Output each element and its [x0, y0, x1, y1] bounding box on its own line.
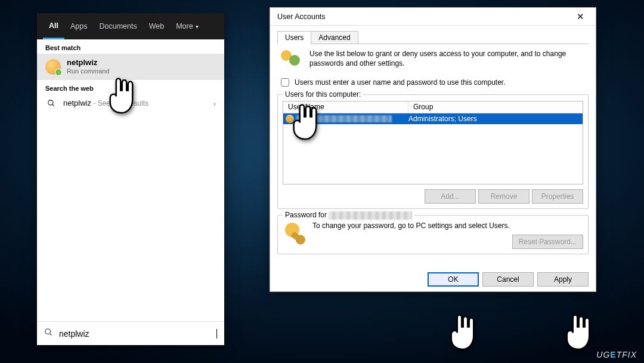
user-key-icon	[283, 222, 306, 245]
chevron-down-icon: ▾	[196, 23, 199, 30]
svg-line-1	[52, 104, 54, 106]
intro-text: Use the list below to grant or deny user…	[309, 49, 586, 70]
search-tab-more[interactable]: More▾	[170, 13, 204, 39]
user-icon	[286, 115, 294, 123]
windows-search-panel: All Apps Documents Web More▾ Best match …	[37, 13, 224, 345]
user-row[interactable]: Administrators; Users	[283, 113, 583, 124]
col-group[interactable]: Group	[408, 101, 583, 113]
search-input-bar[interactable]	[37, 321, 224, 345]
chevron-right-icon: ›	[213, 99, 216, 108]
best-match-header: Best match	[37, 39, 224, 54]
dialog-footer: OK Cancel Apply	[270, 267, 596, 291]
redacted-username	[329, 211, 412, 220]
search-web-header: Search the web	[37, 80, 224, 94]
col-username[interactable]: User Name	[283, 101, 408, 113]
search-result-best[interactable]: netplwiz Run command	[37, 54, 224, 80]
result-subtitle: Run command	[67, 67, 216, 75]
password-text: To change your password, go to PC settin…	[312, 222, 583, 230]
properties-button[interactable]: Properties	[532, 189, 583, 204]
cancel-button[interactable]: Cancel	[482, 272, 534, 287]
watermark: UGETFIX	[596, 350, 637, 359]
users-group-label: Users for this computer:	[283, 90, 363, 99]
password-group-label: Password for	[283, 211, 414, 220]
tab-advanced[interactable]: Advanced	[311, 31, 358, 44]
ok-button[interactable]: OK	[428, 272, 479, 287]
search-tab-apps[interactable]: Apps	[64, 13, 94, 39]
password-groupbox: Password for To change your password, go…	[277, 215, 589, 254]
cursor-hand-icon	[446, 310, 482, 352]
require-password-checkbox[interactable]	[281, 78, 289, 87]
user-accounts-dialog: User Accounts ✕ Users Advanced Use the l…	[270, 7, 596, 292]
search-result-web[interactable]: netplwiz - See web results ›	[37, 94, 224, 113]
search-icon	[45, 99, 57, 107]
search-tab-web[interactable]: Web	[143, 13, 170, 39]
search-tab-documents[interactable]: Documents	[93, 13, 143, 39]
svg-line-3	[49, 333, 51, 335]
search-input[interactable]	[58, 328, 216, 339]
users-icon	[280, 49, 304, 70]
user-group-value: Administrators; Users	[408, 115, 583, 123]
dialog-title: User Accounts	[274, 13, 568, 21]
apply-button[interactable]: Apply	[537, 272, 589, 287]
users-groupbox: Users for this computer: User Name Group…	[277, 94, 589, 209]
dialog-titlebar[interactable]: User Accounts ✕	[270, 8, 596, 26]
user-table[interactable]: User Name Group Administrators; Users	[283, 101, 583, 184]
text-caret	[216, 329, 217, 339]
netplwiz-icon	[45, 59, 61, 75]
web-suffix: - See web results	[91, 99, 148, 107]
cursor-hand-icon	[562, 310, 597, 352]
result-title: netplwiz	[67, 59, 216, 67]
search-tabs: All Apps Documents Web More▾	[37, 13, 224, 39]
tab-users[interactable]: Users	[277, 31, 311, 44]
svg-point-2	[45, 329, 51, 334]
close-icon[interactable]: ✕	[568, 9, 592, 24]
search-tab-all[interactable]: All	[43, 13, 64, 39]
redacted-username	[296, 115, 392, 122]
web-term: netplwiz	[63, 99, 91, 107]
remove-user-button[interactable]: Remove	[478, 189, 530, 204]
reset-password-button[interactable]: Reset Password...	[512, 235, 583, 249]
dialog-tabs: Users Advanced	[277, 30, 589, 44]
checkbox-label: Users must enter a user name and passwor…	[295, 78, 506, 87]
add-user-button[interactable]: Add...	[425, 189, 476, 204]
search-icon	[44, 328, 53, 339]
svg-point-0	[48, 100, 53, 105]
